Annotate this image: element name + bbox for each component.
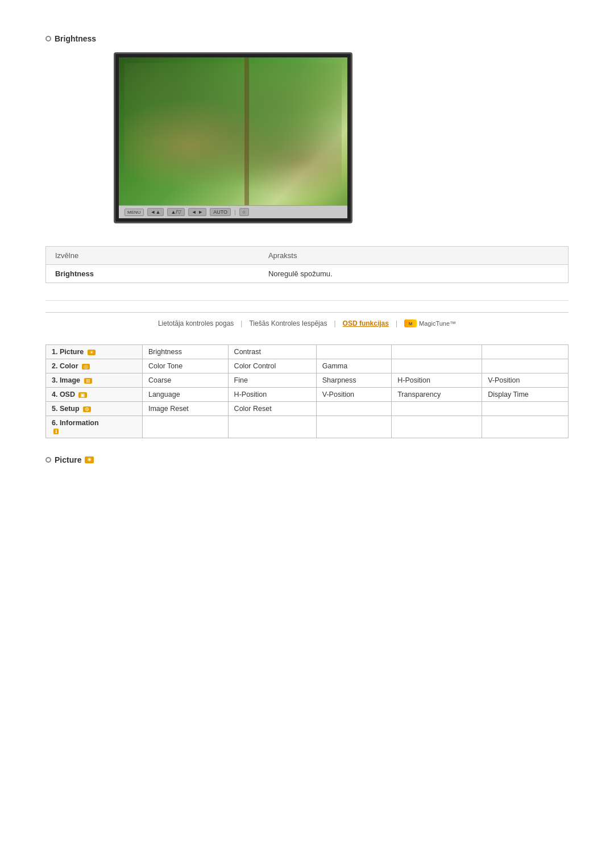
info-empty-2: [228, 416, 316, 438]
table-row: Brightness Noregulē spožumu.: [46, 265, 568, 283]
language-cell[interactable]: Language: [142, 388, 228, 402]
row-picture-header: 1. Picture ☀: [46, 345, 143, 359]
empty-cell-5: [482, 359, 569, 373]
contrast-cell[interactable]: Contrast: [228, 345, 316, 359]
osd-icon-badge: ▣: [78, 392, 87, 398]
v-position-cell[interactable]: V-Position: [482, 373, 569, 388]
brightness-heading: Brightness: [45, 34, 569, 43]
brightness-description: Noregulē spožumu.: [259, 265, 568, 283]
coarse-cell[interactable]: Coarse: [142, 373, 228, 388]
sharpness-cell[interactable]: Sharpness: [316, 373, 391, 388]
monitor-display: MENU ◄▲ ▲/▽ ◄ ► AUTO | ○: [114, 52, 352, 223]
row-osd-header: 4. OSD ▣: [46, 388, 143, 402]
empty-cell-7: [392, 402, 482, 416]
col1-header: Izvēlne: [46, 247, 259, 265]
table-row: 2. Color ◎ Color Tone Color Control Gamm…: [46, 359, 569, 373]
h-position-cell[interactable]: H-Position: [392, 373, 482, 388]
monitor-controls: MENU ◄▲ ▲/▽ ◄ ► AUTO | ○: [119, 205, 347, 218]
nav-sep-1: |: [240, 319, 242, 327]
info-table-container: Izvēlne Apraksts Brightness Noregulē spo…: [45, 246, 569, 283]
info-empty-3: [316, 416, 391, 438]
nav-sep-3: |: [396, 319, 397, 327]
empty-cell-3: [482, 345, 569, 359]
nav-bar: Lietotāja kontroles pogas | Tiešās Kontr…: [45, 312, 569, 327]
row-setup-header: 5. Setup ⚙: [46, 402, 143, 416]
picture-badge-icon: ☀: [85, 456, 94, 463]
transparency-cell[interactable]: Transparency: [392, 388, 482, 402]
brightness-cell[interactable]: Brightness: [142, 345, 228, 359]
info-empty-4: [392, 416, 482, 438]
gamma-cell[interactable]: Gamma: [316, 359, 391, 373]
empty-cell-4: [392, 359, 482, 373]
info-table: Izvēlne Apraksts Brightness Noregulē spo…: [46, 247, 568, 283]
color-icon-badge: ◎: [82, 364, 90, 369]
row-image-header: 3. Image ⊞: [46, 373, 143, 388]
setup-icon-badge: ⚙: [83, 406, 91, 412]
image-icon-badge: ⊞: [84, 378, 92, 384]
empty-cell-1: [316, 345, 391, 359]
row-color-header: 2. Color ◎: [46, 359, 143, 373]
osd-h-position-cell[interactable]: H-Position: [228, 388, 316, 402]
magictune-logo: M: [404, 319, 417, 327]
info-empty-5: [482, 416, 569, 438]
empty-cell-8: [482, 402, 569, 416]
fine-cell[interactable]: Fine: [228, 373, 316, 388]
picture-icon-badge: ☀: [88, 350, 96, 355]
menu-button[interactable]: MENU: [125, 209, 144, 216]
separator: |: [234, 209, 236, 215]
arrow-left-up-button[interactable]: ◄▲: [147, 208, 164, 216]
table-row: 4. OSD ▣ Language H-Position V-Position …: [46, 388, 569, 402]
color-reset-cell[interactable]: Color Reset: [228, 402, 316, 416]
auto-button[interactable]: AUTO: [210, 208, 231, 216]
row-information-header: 6. Information ℹ: [46, 416, 143, 438]
nav-sep-2: |: [334, 319, 335, 327]
circle-icon: [45, 36, 51, 41]
nav-item-tiesas[interactable]: Tiešās Kontroles Iespējas: [249, 319, 327, 327]
color-control-cell[interactable]: Color Control: [228, 359, 316, 373]
picture-circle-icon: [45, 457, 51, 463]
osd-v-position-cell[interactable]: V-Position: [316, 388, 391, 402]
lr-button[interactable]: ◄ ►: [188, 208, 206, 216]
power-button[interactable]: ○: [239, 208, 249, 216]
empty-cell-2: [392, 345, 482, 359]
table-row: 6. Information ℹ: [46, 416, 569, 438]
table-row: 1. Picture ☀ Brightness Contrast: [46, 345, 569, 359]
image-reset-cell[interactable]: Image Reset: [142, 402, 228, 416]
color-tone-cell[interactable]: Color Tone: [142, 359, 228, 373]
osd-table: 1. Picture ☀ Brightness Contrast 2. Colo…: [45, 344, 569, 438]
brightness-button[interactable]: ▲/▽: [167, 208, 184, 216]
monitor-screen: [119, 57, 347, 205]
monitor-frame: MENU ◄▲ ▲/▽ ◄ ► AUTO | ○: [114, 52, 352, 223]
col2-header: Apraksts: [259, 247, 568, 265]
picture-heading: Picture ☀: [45, 455, 569, 464]
table-header-row: Izvēlne Apraksts: [46, 247, 568, 265]
brightness-label: Brightness: [46, 265, 259, 283]
info-empty-1: [142, 416, 228, 438]
display-time-cell[interactable]: Display Time: [482, 388, 569, 402]
information-icon-badge: ℹ: [53, 429, 59, 434]
nav-item-osd[interactable]: OSD funkcijas: [343, 319, 389, 327]
nav-item-kontroles[interactable]: Lietotāja kontroles pogas: [158, 319, 234, 327]
divider: [45, 300, 569, 301]
empty-cell-6: [316, 402, 391, 416]
nav-item-magictune[interactable]: M MagicTune™: [404, 319, 456, 327]
table-row: 3. Image ⊞ Coarse Fine Sharpness H-Posit…: [46, 373, 569, 388]
table-row: 5. Setup ⚙ Image Reset Color Reset: [46, 402, 569, 416]
